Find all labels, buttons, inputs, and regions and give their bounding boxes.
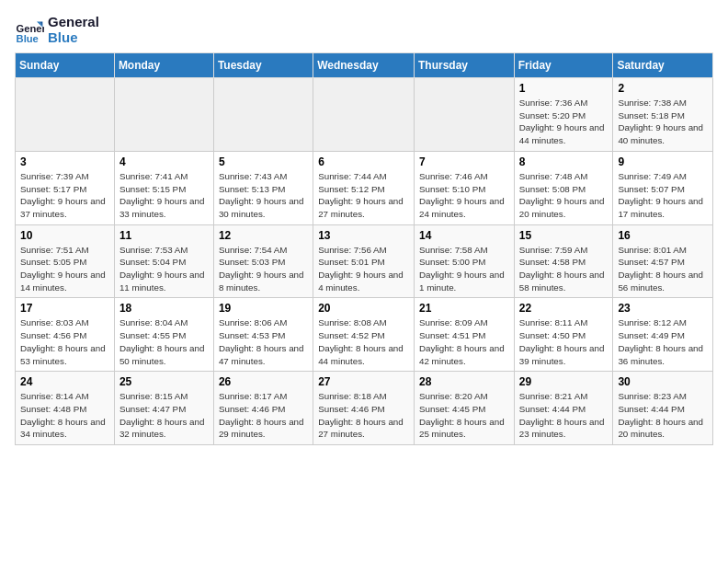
weekday-header: Wednesday bbox=[313, 53, 415, 78]
day-info: Sunrise: 7:38 AM Sunset: 5:18 PM Dayligh… bbox=[618, 97, 708, 147]
calendar-day bbox=[415, 78, 515, 152]
day-info: Sunrise: 8:15 AM Sunset: 4:47 PM Dayligh… bbox=[119, 390, 209, 441]
day-info: Sunrise: 7:39 AM Sunset: 5:17 PM Dayligh… bbox=[20, 170, 109, 221]
day-number: 18 bbox=[119, 302, 209, 315]
day-info: Sunrise: 7:43 AM Sunset: 5:13 PM Dayligh… bbox=[219, 170, 308, 221]
calendar-day: 1Sunrise: 7:36 AM Sunset: 5:20 PM Daylig… bbox=[514, 78, 613, 152]
day-info: Sunrise: 8:06 AM Sunset: 4:53 PM Dayligh… bbox=[219, 316, 308, 367]
svg-text:Blue: Blue bbox=[17, 32, 39, 43]
calendar-day: 18Sunrise: 8:04 AM Sunset: 4:55 PM Dayli… bbox=[114, 298, 213, 372]
day-number: 2 bbox=[618, 82, 708, 95]
calendar-day: 12Sunrise: 7:54 AM Sunset: 5:03 PM Dayli… bbox=[213, 224, 313, 298]
day-number: 4 bbox=[119, 155, 209, 168]
day-info: Sunrise: 8:11 AM Sunset: 4:50 PM Dayligh… bbox=[519, 316, 609, 367]
day-number: 26 bbox=[219, 375, 308, 388]
day-number: 20 bbox=[318, 302, 409, 315]
page-header: General Blue General Blue bbox=[15, 15, 713, 45]
day-info: Sunrise: 7:56 AM Sunset: 5:01 PM Dayligh… bbox=[318, 244, 409, 294]
logo-icon: General Blue bbox=[15, 16, 44, 45]
day-number: 8 bbox=[519, 155, 609, 168]
calendar-day: 15Sunrise: 7:59 AM Sunset: 4:58 PM Dayli… bbox=[514, 224, 613, 298]
calendar-day: 21Sunrise: 8:09 AM Sunset: 4:51 PM Dayli… bbox=[415, 298, 515, 372]
calendar-day bbox=[213, 78, 313, 152]
weekday-header: Tuesday bbox=[213, 53, 313, 78]
calendar-week: 17Sunrise: 8:03 AM Sunset: 4:56 PM Dayli… bbox=[16, 298, 713, 372]
logo-general: General bbox=[48, 15, 99, 30]
day-number: 13 bbox=[318, 229, 409, 242]
calendar-day: 5Sunrise: 7:43 AM Sunset: 5:13 PM Daylig… bbox=[213, 151, 313, 224]
day-number: 12 bbox=[219, 229, 308, 242]
calendar-day: 2Sunrise: 7:38 AM Sunset: 5:18 PM Daylig… bbox=[613, 78, 713, 152]
day-info: Sunrise: 7:59 AM Sunset: 4:58 PM Dayligh… bbox=[519, 244, 609, 294]
day-number: 5 bbox=[219, 155, 308, 168]
calendar-day: 13Sunrise: 7:56 AM Sunset: 5:01 PM Dayli… bbox=[313, 224, 415, 298]
day-number: 23 bbox=[618, 302, 708, 315]
calendar-day: 11Sunrise: 7:53 AM Sunset: 5:04 PM Dayli… bbox=[114, 224, 213, 298]
day-number: 14 bbox=[419, 229, 509, 242]
day-info: Sunrise: 7:49 AM Sunset: 5:07 PM Dayligh… bbox=[618, 170, 708, 221]
day-info: Sunrise: 7:36 AM Sunset: 5:20 PM Dayligh… bbox=[519, 97, 609, 147]
day-info: Sunrise: 7:46 AM Sunset: 5:10 PM Dayligh… bbox=[419, 170, 509, 221]
day-info: Sunrise: 8:04 AM Sunset: 4:55 PM Dayligh… bbox=[119, 316, 209, 367]
calendar-day: 19Sunrise: 8:06 AM Sunset: 4:53 PM Dayli… bbox=[213, 298, 313, 372]
calendar-day: 9Sunrise: 7:49 AM Sunset: 5:07 PM Daylig… bbox=[613, 151, 713, 224]
day-info: Sunrise: 7:51 AM Sunset: 5:05 PM Dayligh… bbox=[20, 244, 109, 294]
day-number: 11 bbox=[119, 229, 209, 242]
calendar-body: 1Sunrise: 7:36 AM Sunset: 5:20 PM Daylig… bbox=[16, 78, 713, 445]
day-number: 7 bbox=[419, 155, 509, 168]
calendar-day: 23Sunrise: 8:12 AM Sunset: 4:49 PM Dayli… bbox=[613, 298, 713, 372]
day-info: Sunrise: 8:20 AM Sunset: 4:45 PM Dayligh… bbox=[419, 390, 509, 441]
day-number: 10 bbox=[20, 229, 109, 242]
day-number: 29 bbox=[519, 375, 609, 388]
calendar-header: SundayMondayTuesdayWednesdayThursdayFrid… bbox=[16, 53, 713, 78]
calendar-day: 3Sunrise: 7:39 AM Sunset: 5:17 PM Daylig… bbox=[16, 151, 115, 224]
day-info: Sunrise: 8:21 AM Sunset: 4:44 PM Dayligh… bbox=[519, 390, 609, 441]
header-row: SundayMondayTuesdayWednesdayThursdayFrid… bbox=[16, 53, 713, 78]
day-info: Sunrise: 7:58 AM Sunset: 5:00 PM Dayligh… bbox=[419, 244, 509, 294]
calendar-week: 10Sunrise: 7:51 AM Sunset: 5:05 PM Dayli… bbox=[16, 224, 713, 298]
calendar-day: 7Sunrise: 7:46 AM Sunset: 5:10 PM Daylig… bbox=[415, 151, 515, 224]
calendar-day: 6Sunrise: 7:44 AM Sunset: 5:12 PM Daylig… bbox=[313, 151, 415, 224]
day-info: Sunrise: 8:18 AM Sunset: 4:46 PM Dayligh… bbox=[318, 390, 409, 441]
calendar-day: 28Sunrise: 8:20 AM Sunset: 4:45 PM Dayli… bbox=[415, 372, 515, 445]
calendar-day: 17Sunrise: 8:03 AM Sunset: 4:56 PM Dayli… bbox=[16, 298, 115, 372]
day-number: 16 bbox=[618, 229, 708, 242]
day-number: 9 bbox=[618, 155, 708, 168]
weekday-header: Saturday bbox=[613, 53, 713, 78]
calendar-day: 10Sunrise: 7:51 AM Sunset: 5:05 PM Dayli… bbox=[16, 224, 115, 298]
calendar-day bbox=[114, 78, 213, 152]
day-number: 6 bbox=[318, 155, 409, 168]
day-info: Sunrise: 7:44 AM Sunset: 5:12 PM Dayligh… bbox=[318, 170, 409, 221]
calendar-day: 30Sunrise: 8:23 AM Sunset: 4:44 PM Dayli… bbox=[613, 372, 713, 445]
calendar-day: 29Sunrise: 8:21 AM Sunset: 4:44 PM Dayli… bbox=[514, 372, 613, 445]
day-info: Sunrise: 8:03 AM Sunset: 4:56 PM Dayligh… bbox=[20, 316, 109, 367]
calendar-table: SundayMondayTuesdayWednesdayThursdayFrid… bbox=[15, 52, 713, 445]
day-number: 30 bbox=[618, 375, 708, 388]
calendar-day: 25Sunrise: 8:15 AM Sunset: 4:47 PM Dayli… bbox=[114, 372, 213, 445]
day-number: 21 bbox=[419, 302, 509, 315]
weekday-header: Thursday bbox=[415, 53, 515, 78]
calendar-day bbox=[313, 78, 415, 152]
calendar-week: 1Sunrise: 7:36 AM Sunset: 5:20 PM Daylig… bbox=[16, 78, 713, 152]
day-info: Sunrise: 8:17 AM Sunset: 4:46 PM Dayligh… bbox=[219, 390, 308, 441]
day-info: Sunrise: 7:41 AM Sunset: 5:15 PM Dayligh… bbox=[119, 170, 209, 221]
day-info: Sunrise: 8:23 AM Sunset: 4:44 PM Dayligh… bbox=[618, 390, 708, 441]
calendar-day: 24Sunrise: 8:14 AM Sunset: 4:48 PM Dayli… bbox=[16, 372, 115, 445]
day-number: 24 bbox=[20, 375, 109, 388]
calendar-day: 16Sunrise: 8:01 AM Sunset: 4:57 PM Dayli… bbox=[613, 224, 713, 298]
day-info: Sunrise: 8:08 AM Sunset: 4:52 PM Dayligh… bbox=[318, 316, 409, 367]
calendar-day: 26Sunrise: 8:17 AM Sunset: 4:46 PM Dayli… bbox=[213, 372, 313, 445]
calendar-day: 8Sunrise: 7:48 AM Sunset: 5:08 PM Daylig… bbox=[514, 151, 613, 224]
calendar-day: 4Sunrise: 7:41 AM Sunset: 5:15 PM Daylig… bbox=[114, 151, 213, 224]
logo-blue: Blue bbox=[48, 30, 99, 46]
calendar-day: 22Sunrise: 8:11 AM Sunset: 4:50 PM Dayli… bbox=[514, 298, 613, 372]
day-info: Sunrise: 7:48 AM Sunset: 5:08 PM Dayligh… bbox=[519, 170, 609, 221]
calendar-day: 20Sunrise: 8:08 AM Sunset: 4:52 PM Dayli… bbox=[313, 298, 415, 372]
day-info: Sunrise: 8:09 AM Sunset: 4:51 PM Dayligh… bbox=[419, 316, 509, 367]
day-info: Sunrise: 8:01 AM Sunset: 4:57 PM Dayligh… bbox=[618, 244, 708, 294]
day-number: 27 bbox=[318, 375, 409, 388]
day-number: 28 bbox=[419, 375, 509, 388]
day-number: 19 bbox=[219, 302, 308, 315]
calendar-day bbox=[16, 78, 115, 152]
day-info: Sunrise: 7:54 AM Sunset: 5:03 PM Dayligh… bbox=[219, 244, 308, 294]
